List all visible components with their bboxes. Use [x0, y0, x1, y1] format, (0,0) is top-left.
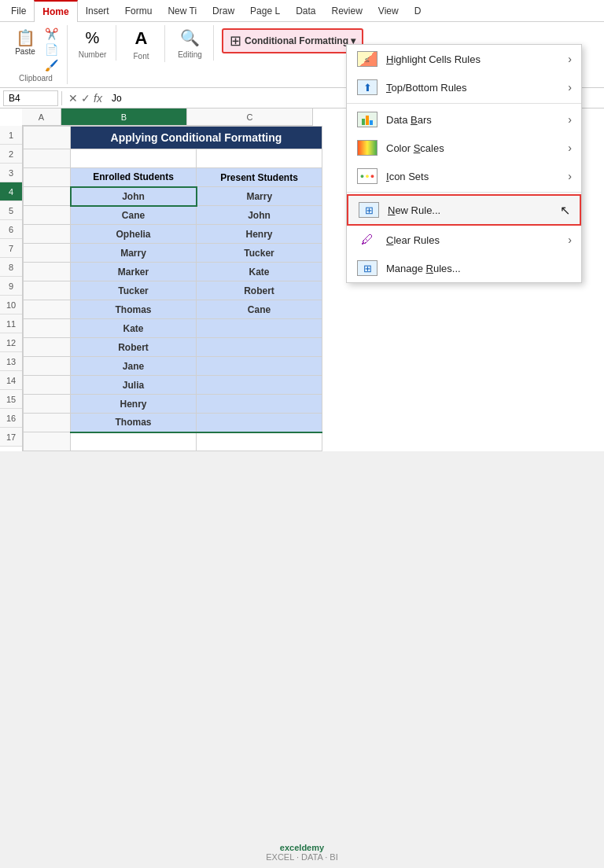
row-header-3: 3: [0, 164, 22, 182]
cell-c6[interactable]: Henry: [197, 225, 322, 244]
cell-c2[interactable]: [197, 149, 322, 168]
cell-c3[interactable]: Present Students: [197, 168, 322, 187]
table-row: Kate: [24, 319, 322, 338]
font-button[interactable]: A: [127, 27, 156, 50]
dropdown-item-databars[interactable]: Data Bars ›: [347, 105, 581, 134]
cell-c7[interactable]: Tucker: [197, 244, 322, 263]
cell-c16[interactable]: [197, 414, 322, 432]
tab-review[interactable]: Review: [323, 1, 370, 21]
font-group-label: Font: [133, 52, 149, 61]
col-header-c[interactable]: C: [187, 108, 313, 126]
tab-view[interactable]: View: [370, 1, 407, 21]
formula-divider: [61, 91, 62, 105]
dropdown-item-topbottom[interactable]: ⬆ Top/Bottom Rules ›: [347, 73, 581, 101]
cell-b9[interactable]: Tucker: [71, 281, 197, 300]
cell-c14[interactable]: [197, 376, 322, 395]
cell-b6[interactable]: Ophelia: [71, 225, 197, 244]
cell-a13[interactable]: [24, 357, 71, 376]
cell-a5[interactable]: [24, 206, 71, 225]
dropdown-item-managerules[interactable]: ⊞ Manage Rules...: [347, 254, 581, 282]
cell-c4[interactable]: Marry: [197, 187, 322, 206]
cell-a12[interactable]: [24, 338, 71, 357]
tab-formula[interactable]: Formu: [117, 1, 160, 21]
cell-c5[interactable]: John: [197, 206, 322, 225]
cell-a8[interactable]: [24, 263, 71, 281]
table-row: Thomas Cane: [24, 300, 322, 319]
row-header-11: 11: [0, 314, 22, 333]
number-button[interactable]: %: [79, 27, 107, 49]
tab-d[interactable]: D: [407, 1, 429, 21]
cell-b4[interactable]: John: [71, 187, 197, 206]
tab-home[interactable]: Home: [34, 0, 77, 22]
cell-reference-input[interactable]: [3, 90, 58, 106]
table-row: Thomas: [24, 414, 322, 432]
tab-file[interactable]: File: [3, 1, 34, 21]
cell-a6[interactable]: [24, 225, 71, 244]
cell-a15[interactable]: [24, 395, 71, 414]
copy-button[interactable]: 📄: [42, 42, 61, 57]
cell-c17[interactable]: [197, 432, 322, 451]
cell-c8[interactable]: Kate: [197, 263, 322, 281]
tab-draw[interactable]: Draw: [204, 1, 242, 21]
cell-c12[interactable]: [197, 338, 322, 357]
cell-c10[interactable]: Cane: [197, 300, 322, 319]
cell-b12[interactable]: Robert: [71, 338, 197, 357]
formula-check-icon[interactable]: ✓: [81, 92, 90, 105]
cell-c13[interactable]: [197, 357, 322, 376]
cell-b15[interactable]: Henry: [71, 395, 197, 414]
col-header-b[interactable]: B: [61, 108, 187, 126]
databars-icon: [356, 111, 378, 128]
cell-a16[interactable]: [24, 414, 71, 432]
cell-b14[interactable]: Julia: [71, 376, 197, 395]
cell-a17[interactable]: [24, 432, 71, 451]
formula-x-icon[interactable]: ✕: [68, 92, 78, 105]
cell-b3[interactable]: Enrolled Students: [71, 168, 197, 187]
cell-b7[interactable]: Marry: [71, 244, 197, 263]
dropdown-item-highlight[interactable]: ≤ Highlight Cells Rules ›: [347, 45, 581, 73]
tab-pagel[interactable]: Page L: [242, 1, 288, 21]
dropdown-item-iconsets[interactable]: ●●● Icon Sets ›: [347, 162, 581, 190]
cell-b5[interactable]: Cane: [71, 206, 197, 225]
table-row: Marry Tucker: [24, 244, 322, 263]
format-painter-button[interactable]: 🖌️: [42, 58, 61, 72]
clipboard-buttons: 📋 Paste ✂️ 📄 🖌️: [11, 27, 61, 72]
cut-button[interactable]: ✂️: [42, 27, 61, 41]
cell-b13[interactable]: Jane: [71, 357, 197, 376]
row-header-13: 13: [0, 352, 22, 371]
cell-b11[interactable]: Kate: [71, 319, 197, 338]
cell-c15[interactable]: [197, 395, 322, 414]
formula-fx-icon[interactable]: fx: [94, 92, 102, 105]
cell-a9[interactable]: [24, 281, 71, 300]
tab-insert[interactable]: Insert: [78, 1, 117, 21]
col-header-a[interactable]: A: [22, 108, 61, 126]
cell-a4[interactable]: [24, 187, 71, 206]
tab-newti[interactable]: New Ti: [160, 1, 204, 21]
cell-b8[interactable]: Marker: [71, 263, 197, 281]
cell-a2[interactable]: [24, 149, 71, 168]
cell-a14[interactable]: [24, 376, 71, 395]
colorscales-arrow: ›: [568, 142, 572, 154]
cell-b17[interactable]: [71, 432, 197, 451]
dropdown-item-clearrules[interactable]: 🖊 Clear Rules ›: [347, 226, 581, 254]
tab-data[interactable]: Data: [288, 1, 323, 21]
cell-c9[interactable]: Robert: [197, 281, 322, 300]
cell-a11[interactable]: [24, 319, 71, 338]
cell-b16[interactable]: Thomas: [71, 414, 197, 432]
cell-b10[interactable]: Thomas: [71, 300, 197, 319]
cell-title[interactable]: Applying Conditional Formatting: [71, 127, 322, 149]
databars-arrow: ›: [568, 113, 572, 126]
paste-button[interactable]: 📋 Paste: [11, 27, 39, 57]
dropdown-item-colorscales[interactable]: Color Scales ›: [347, 134, 581, 162]
cell-a1[interactable]: [24, 127, 71, 149]
cell-c11[interactable]: [197, 319, 322, 338]
watermark-brand: exceldemy: [280, 843, 324, 852]
cell-a7[interactable]: [24, 244, 71, 263]
cell-a10[interactable]: [24, 300, 71, 319]
cell-b2[interactable]: [71, 149, 197, 168]
table-row: Robert: [24, 338, 322, 357]
conditional-formatting-button[interactable]: ⊞ Conditional Formatting ▾: [222, 28, 363, 53]
dropdown-item-newrule[interactable]: ⊞ New Rule... ↖: [347, 194, 581, 226]
number-icon: %: [86, 28, 100, 47]
editing-button[interactable]: 🔍: [176, 27, 204, 49]
cell-a3[interactable]: [24, 168, 71, 187]
